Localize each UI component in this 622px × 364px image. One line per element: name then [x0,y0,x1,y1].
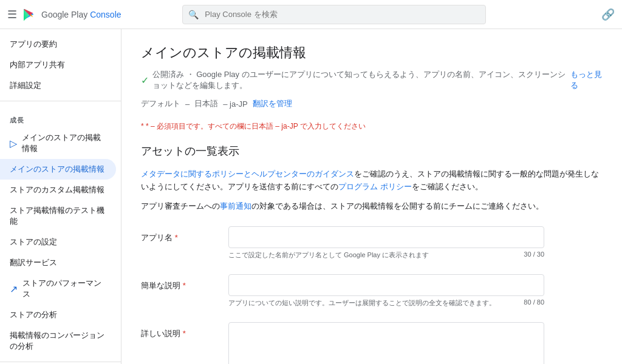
sidebar-item-label: ストアの分析 [10,309,57,320]
sidebar-item-store-display[interactable]: ▷ メインのストアの掲載情報 [0,127,116,159]
search-input[interactable] [182,5,486,24]
sidebar-divider-2 [0,362,121,362]
field-wrap-full-desc: 1528 / 4000 [228,322,544,364]
search-icon: 🔍 [188,10,199,19]
policy-link-metadata[interactable]: メタデータに関するポリシーとヘルプセンターのガイダンス [141,169,354,178]
field-label-full-desc: 詳しい説明 * [141,322,214,339]
main-content: メインのストアの掲載情報 ✓ 公開済み ・ Google Play のユーザーに… [121,29,622,364]
required-marker-3: * [183,329,186,338]
sidebar-item-store-analysis[interactable]: ストアの分析 [0,305,116,325]
status-text: 公開済み ・ Google Play のユーザーにアプリについて知ってもらえるよ… [152,69,567,91]
required-marker: * [175,233,178,242]
sidebar-item-conversion[interactable]: 掲載情報のコンバージョンの分析 [0,325,116,357]
sidebar-item-detail-settings[interactable]: 詳細設定 [0,75,116,96]
sidebar-item-label: 掲載情報のコンバージョンの分析 [10,330,106,352]
app-name-input[interactable] [228,226,544,248]
topbar-logo: ☰ [7,7,121,22]
search-bar: 🔍 [182,5,486,24]
sidebar-item-store-settings[interactable]: ストアの設定 [0,232,116,252]
required-note: * * – 必須項目です。すべての欄に日本語 – ja-JP で入力してください [141,121,603,132]
sidebar-item-label: ストアの設定 [10,237,57,248]
field-wrap-short-desc: アプリについての短い説明です。ユーザーは展開することで説明の全文を確認できます。… [228,274,544,308]
required-marker-2: * [183,281,186,290]
store-display-icon: ▷ [10,138,17,149]
topbar: ☰ [0,0,622,29]
status-bar: ✓ 公開済み ・ Google Play のユーザーにアプリについて知ってもらえ… [141,69,603,91]
sidebar-item-label: ストア掲載情報のテスト機能 [10,205,106,227]
form-row-app-name: アプリ名 * ここで設定した名前がアプリ名として Google Play に表示… [141,226,603,260]
advance-notice-link[interactable]: 事前通知 [220,201,251,211]
play-store-logo-icon [22,7,36,22]
performance-icon: ↗ [10,283,18,295]
lang-code: – ja-JP [223,99,247,109]
required-star: * [141,122,146,130]
section-title: アセットの一覧表示 [141,144,603,158]
full-desc-textarea[interactable] [228,322,544,364]
sidebar-item-label: 詳細設定 [10,80,41,91]
page-title: メインのストアの掲載情報 [141,44,603,62]
sidebar-item-main-store-info[interactable]: メインのストアの掲載情報 [0,159,116,180]
required-text: * – 必須項目です。すべての欄に日本語 – ja-JP で入力してください [146,122,366,130]
topbar-title: Google Play Console [41,10,121,19]
sidebar-item-label: ストアのカスタム掲載情報 [10,184,104,195]
sidebar-item-custom-store-info[interactable]: ストアのカスタム掲載情報 [0,180,116,200]
sidebar-item-store-test[interactable]: ストア掲載情報のテスト機能 [0,200,116,232]
short-desc-input[interactable] [228,274,544,296]
notice-text: アプリ審査チームへの事前通知の対象である場合は、ストアの掲載情報を公開する前にチ… [141,201,603,212]
layout: アプリの要約 内部アプリ共有 詳細設定 成長 ▷ メインのストアの掲載情報 メイ… [0,29,622,364]
lang-name: 日本語 [194,98,218,109]
menu-icon[interactable]: ☰ [7,8,17,21]
sidebar-item-label: アプリの要約 [10,39,57,50]
form-row-full-desc: 詳しい説明 * 1528 / 4000 [141,322,603,364]
app-name-counter: 30 / 30 [524,251,544,260]
lang-dash: – [185,99,190,109]
lang-bar: デフォルト – 日本語 – ja-JP 翻訳を管理 [141,98,603,109]
external-link-icon[interactable]: 🔗 [601,8,615,21]
status-icon: ✓ [141,75,149,86]
short-desc-counter: 80 / 80 [524,298,544,308]
form-row-short-desc: 簡単な説明 * アプリについての短い説明です。ユーザーは展開することで説明の全文… [141,274,603,308]
sidebar-item-label: 内部アプリ共有 [10,59,65,70]
sidebar-item-internal-share[interactable]: 内部アプリ共有 [0,55,116,75]
field-hint-short-desc: アプリについての短い説明です。ユーザーは展開することで説明の全文を確認できます。… [228,298,544,308]
sidebar-item-label: ストアのパフォーマンス [22,278,106,300]
field-label-short-desc: 簡単な説明 * [141,274,214,291]
sidebar-section-growth: 成長 [0,106,121,127]
sidebar-item-store-perf[interactable]: ↗ ストアのパフォーマンス [0,273,116,305]
translate-manage-link[interactable]: 翻訳を管理 [253,98,292,109]
field-hint-app-name: ここで設定した名前がアプリ名として Google Play に表示されます 30… [228,251,544,260]
sidebar-item-label: 翻訳サービス [10,257,57,268]
sidebar-item-label: メインのストアの掲載情報 [22,132,106,154]
field-wrap-app-name: ここで設定した名前がアプリ名として Google Play に表示されます 30… [228,226,544,260]
sidebar: アプリの要約 内部アプリ共有 詳細設定 成長 ▷ メインのストアの掲載情報 メイ… [0,29,121,364]
field-label-app-name: アプリ名 * [141,226,214,243]
more-link[interactable]: もっと見る [570,69,603,91]
sidebar-item-app-summary[interactable]: アプリの要約 [0,34,116,55]
policy-link-program[interactable]: プログラム ポリシー [338,182,412,191]
lang-default: デフォルト [141,98,180,109]
sidebar-item-label: メインのストアの掲載情報 [10,164,104,175]
sidebar-divider [0,101,121,101]
policy-text: メタデータに関するポリシーとヘルプセンターのガイダンスをご確認のうえ、ストアの掲… [141,168,603,194]
sidebar-item-translation[interactable]: 翻訳サービス [0,252,116,273]
